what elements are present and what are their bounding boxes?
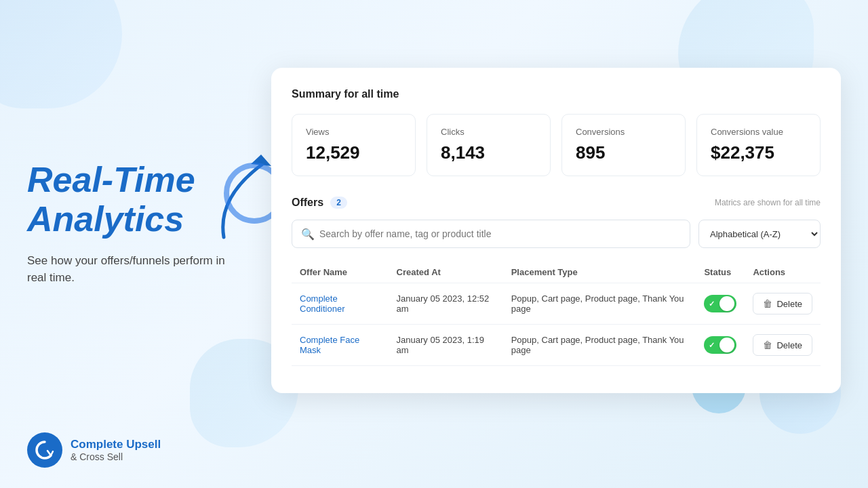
delete-button[interactable]: 🗑 Delete [753, 293, 812, 314]
hero-subtitle: See how your offers/funnels perform in r… [27, 252, 231, 287]
col-placement-type: Placement Type [503, 262, 696, 283]
offers-note: Matrics are shown for all time [715, 198, 821, 207]
main-panel: Summary for all time Views 12,529 Clicks… [271, 68, 841, 393]
stat-value-conv-value: $22,375 [711, 142, 806, 163]
stat-card-views: Views 12,529 [292, 114, 416, 176]
offers-table: Offer Name Created At Placement Type Sta… [292, 262, 821, 366]
offers-count-badge: 2 [330, 197, 347, 209]
col-status: Status [696, 262, 745, 283]
offer-name-link[interactable]: Complete Conditioner [300, 293, 345, 314]
toggle-check-icon: ✓ [709, 341, 715, 350]
stat-card-conv-value: Conversions value $22,375 [696, 114, 821, 176]
offer-actions-cell: 🗑 Delete [745, 325, 821, 366]
brand-text: Complete Upsell & Cross Sell [71, 438, 161, 462]
trash-icon: 🗑 [763, 298, 772, 309]
sort-select[interactable]: Alphabetical (A-Z) Alphabetical (Z-A) Ne… [698, 220, 821, 248]
search-icon: 🔍 [301, 228, 315, 241]
toggle-knob [719, 296, 734, 311]
brand-logo: Complete Upsell & Cross Sell [27, 432, 161, 468]
offer-name-link[interactable]: Complete Face Mask [300, 335, 359, 355]
summary-title: Summary for all time [292, 88, 821, 100]
stat-value-conversions: 895 [576, 142, 671, 163]
status-toggle[interactable]: ✓ [704, 336, 736, 354]
offer-placement-cell: Popup, Cart page, Product page, Thank Yo… [503, 283, 696, 325]
stat-value-clicks: 8,143 [441, 142, 536, 163]
table-row: Complete Conditioner January 05 2023, 12… [292, 283, 821, 325]
delete-button[interactable]: 🗑 Delete [753, 334, 812, 356]
col-actions: Actions [745, 262, 821, 283]
stat-label-clicks: Clicks [441, 127, 536, 137]
status-toggle[interactable]: ✓ [704, 295, 736, 312]
offer-name-cell: Complete Face Mask [292, 325, 389, 366]
stat-card-clicks: Clicks 8,143 [427, 114, 551, 176]
toggle-check-icon: ✓ [709, 300, 715, 308]
logo-icon [27, 432, 62, 468]
table-row: Complete Face Mask January 05 2023, 1:19… [292, 325, 821, 366]
col-created-at: Created At [389, 262, 503, 283]
search-input[interactable] [292, 220, 690, 248]
toggle-knob [719, 338, 734, 352]
delete-label: Delete [776, 299, 802, 309]
stat-label-conv-value: Conversions value [711, 127, 806, 137]
offer-status-cell: ✓ [696, 283, 745, 325]
stat-card-conversions: Conversions 895 [561, 114, 686, 176]
offer-name-cell: Complete Conditioner [292, 283, 389, 325]
offer-created-cell: January 05 2023, 12:52 am [389, 283, 503, 325]
offers-title: Offers [292, 197, 323, 209]
stats-row: Views 12,529 Clicks 8,143 Conversions 89… [292, 114, 821, 176]
delete-label: Delete [776, 340, 802, 350]
stat-label-conversions: Conversions [576, 127, 671, 137]
offer-actions-cell: 🗑 Delete [745, 283, 821, 325]
offer-status-cell: ✓ [696, 325, 745, 366]
offers-title-wrap: Offers 2 [292, 197, 347, 209]
stat-label-views: Views [306, 127, 401, 137]
search-sort-row: 🔍 Alphabetical (A-Z) Alphabetical (Z-A) … [292, 220, 821, 248]
brand-name: Complete Upsell [71, 438, 161, 451]
stat-value-views: 12,529 [306, 142, 401, 163]
col-offer-name: Offer Name [292, 262, 389, 283]
offer-created-cell: January 05 2023, 1:19 am [389, 325, 503, 366]
trash-icon: 🗑 [763, 340, 772, 350]
offer-placement-cell: Popup, Cart page, Product page, Thank Yo… [503, 325, 696, 366]
brand-sub: & Cross Sell [71, 451, 161, 462]
search-wrapper: 🔍 [292, 220, 690, 248]
offers-header: Offers 2 Matrics are shown for all time [292, 197, 821, 209]
